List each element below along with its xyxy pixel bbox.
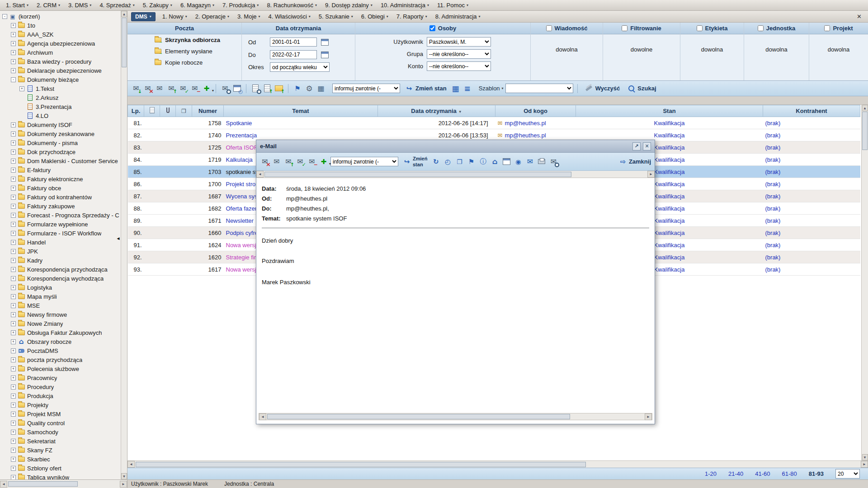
scroll-right-icon[interactable]: ► — [645, 413, 652, 420]
contractor-link[interactable]: (brak) — [765, 254, 781, 261]
subject-link[interactable]: Kalkulacja — [226, 156, 253, 163]
tree-item[interactable]: +E-faktury — [0, 165, 121, 174]
expand-toggle[interactable]: + — [11, 159, 16, 164]
contractor-link[interactable]: (brak) — [765, 120, 781, 127]
expand-toggle[interactable]: - — [2, 14, 7, 19]
main-menu-item[interactable]: 6. Magazyn▾ — [176, 1, 218, 9]
main-menu-item[interactable]: 7. Produkcja▾ — [218, 1, 263, 9]
tree-item[interactable]: +Archiwum — [0, 48, 121, 57]
tree-item[interactable]: +Obszary robocze — [0, 337, 121, 346]
tree-item[interactable]: +Faktury od kontrahentów — [0, 192, 121, 202]
table-vscrollbar[interactable]: ▲ ▼ — [861, 105, 868, 460]
subject-link[interactable]: Nowa wersja — [226, 266, 259, 273]
sidebar-vscrollbar[interactable]: ▲ ▼ — [121, 11, 127, 479]
notify-select[interactable]: informuj zwrotnie (- — [330, 157, 398, 166]
tree-item[interactable]: +Pracownicy — [0, 373, 121, 382]
expand-toggle[interactable]: + — [11, 150, 16, 155]
contractor-link[interactable]: (brak) — [765, 193, 781, 200]
calendar-icon[interactable] — [501, 157, 511, 167]
tree-item[interactable]: +Faktury zakupowe — [0, 202, 121, 211]
export-folder-icon[interactable] — [274, 84, 284, 94]
tree-item[interactable]: +Faktury elektroniczne — [0, 174, 121, 183]
expand-toggle[interactable]: + — [11, 312, 16, 317]
settings-gear-icon[interactable] — [304, 84, 314, 94]
notify-select[interactable]: informuj zwrotnie (- — [332, 84, 400, 93]
group-select[interactable]: --nie określono-- — [427, 49, 491, 59]
col-header-kontrahent[interactable]: Kontrahent — [763, 105, 860, 117]
expand-toggle[interactable]: + — [11, 430, 16, 435]
expand-toggle[interactable]: + — [11, 348, 16, 353]
template-select[interactable] — [505, 84, 573, 93]
change-status-button[interactable]: Zmieństan — [402, 156, 427, 167]
confirm-mail-icon[interactable] — [295, 157, 305, 167]
expand-toggle[interactable]: + — [11, 222, 16, 227]
scroll-up-icon[interactable]: ▲ — [121, 11, 127, 17]
tree-item[interactable]: +Samochody — [0, 427, 121, 436]
subject-link[interactable]: Oferta fazer — [226, 205, 257, 212]
tree-item[interactable]: +Dok przychodzące — [0, 147, 121, 156]
col-header-stan[interactable]: Stan — [576, 105, 763, 117]
expand-toggle[interactable]: + — [11, 421, 16, 426]
pagination-link[interactable]: 1-20 — [705, 470, 717, 477]
tree-item[interactable]: +Dom Maklerski - Customer Service — [0, 156, 121, 165]
expand-toggle[interactable]: + — [11, 41, 16, 46]
main-menu-item[interactable]: 8. Rachunkowość▾ — [263, 1, 321, 9]
expand-toggle[interactable]: + — [19, 86, 24, 91]
expand-toggle[interactable]: + — [11, 68, 16, 73]
search-mail-icon[interactable] — [220, 84, 230, 94]
contractor-link[interactable]: (brak) — [765, 217, 781, 224]
contractor-link[interactable]: (brak) — [765, 242, 781, 249]
email-top-scrollbar[interactable]: ◄ ► — [256, 171, 655, 178]
wiadomosc-checkbox[interactable] — [546, 25, 552, 31]
add-icon[interactable] — [319, 157, 329, 167]
jednostka-checkbox[interactable] — [758, 25, 764, 31]
expand-toggle[interactable]: + — [11, 32, 16, 37]
scroll-right-icon[interactable]: ► — [120, 481, 127, 488]
filtrowanie-checkbox[interactable] — [622, 25, 627, 31]
dms-menu-item[interactable]: 5. Szukanie▾ — [315, 12, 357, 21]
expand-toggle[interactable]: + — [11, 457, 16, 462]
tree-item[interactable]: +Sekretariat — [0, 436, 121, 446]
scroll-thumb[interactable] — [264, 172, 571, 177]
history-clock-icon[interactable] — [443, 157, 453, 167]
expand-toggle[interactable]: + — [11, 186, 16, 191]
status-link[interactable]: Kwalifikacja — [654, 230, 685, 236]
mailbox-drafts[interactable]: Kopie robocze — [127, 57, 241, 68]
scroll-track[interactable] — [135, 462, 861, 467]
expand-toggle[interactable]: + — [11, 285, 16, 290]
status-link[interactable]: Kwalifikacja — [654, 181, 685, 188]
tree-item[interactable]: +Dokumenty zeskanowane — [0, 129, 121, 138]
scroll-thumb[interactable] — [8, 481, 78, 487]
email-modal-titlebar[interactable]: e-Mail — [256, 140, 655, 153]
block-mail-icon[interactable] — [190, 84, 200, 94]
search-document-icon[interactable] — [250, 84, 260, 94]
scroll-down-icon[interactable]: ▼ — [862, 454, 868, 460]
col-header-copy[interactable] — [176, 105, 192, 117]
scroll-left-icon[interactable]: ◄ — [0, 481, 7, 488]
period-select[interactable]: od początku wieku — [270, 62, 330, 72]
tree-item[interactable]: +Skarbiec — [0, 455, 121, 464]
scroll-right-icon[interactable]: ► — [861, 461, 868, 468]
tree-item[interactable]: +Handel — [0, 238, 121, 247]
info-icon[interactable] — [478, 157, 488, 167]
scroll-thumb[interactable] — [136, 462, 586, 467]
tree-item[interactable]: +1to — [0, 21, 121, 30]
expand-toggle[interactable]: + — [11, 403, 16, 408]
dms-menu-item[interactable]: 4. Właściwości▾ — [264, 12, 315, 21]
status-link[interactable]: Kwalifikacja — [654, 169, 685, 175]
main-menu-item[interactable]: 2. CRM▾ — [33, 1, 64, 9]
change-status-button[interactable]: Zmień stan — [404, 84, 447, 94]
expand-toggle[interactable]: + — [11, 366, 16, 371]
main-menu-item[interactable]: 3. DMS▾ — [64, 1, 95, 9]
tree-item[interactable]: +Baza wiedzy - procedury — [0, 57, 121, 66]
status-link[interactable]: Kwalifikacja — [654, 193, 685, 200]
tree-item[interactable]: +Faktury obce — [0, 183, 121, 192]
expand-toggle[interactable]: + — [11, 213, 16, 218]
scroll-down-icon[interactable]: ▼ — [121, 473, 127, 479]
expand-toggle[interactable]: + — [11, 204, 16, 209]
col-header-doc[interactable] — [144, 105, 160, 117]
tree-item[interactable]: +JPK — [0, 247, 121, 256]
popout-icon[interactable] — [632, 142, 641, 150]
expand-toggle[interactable]: + — [11, 249, 16, 254]
expand-toggle[interactable]: + — [11, 258, 16, 263]
